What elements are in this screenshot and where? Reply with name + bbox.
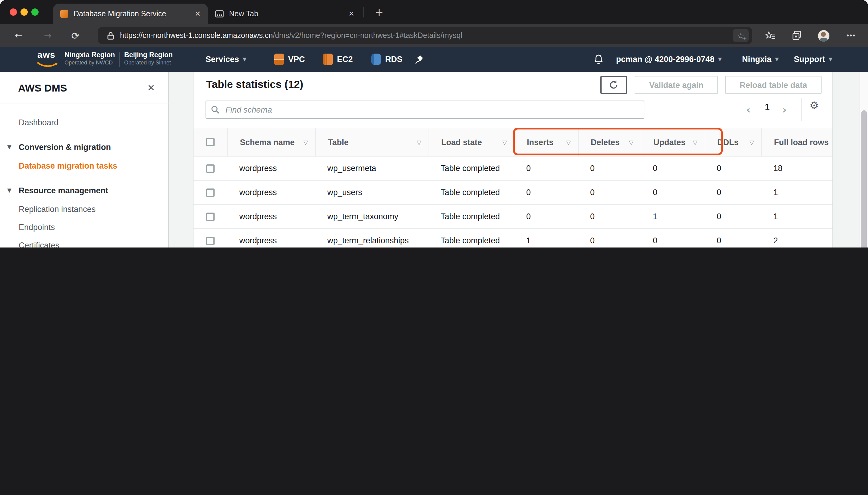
address-bar[interactable]: https://cn-northwest-1.console.amazonaws… bbox=[98, 27, 752, 44]
refresh-icon bbox=[609, 80, 619, 90]
services-menu[interactable]: Services▼ bbox=[206, 47, 246, 72]
search-icon bbox=[211, 105, 219, 114]
row-checkbox[interactable] bbox=[206, 236, 215, 245]
table-row: wordpresswp_usermetaTable completed00001… bbox=[194, 157, 832, 181]
schema-search[interactable] bbox=[206, 101, 644, 119]
row-checkbox-cell bbox=[194, 236, 227, 245]
table-cell: 18 bbox=[761, 164, 832, 173]
region-selector-menu[interactable]: Ningxia▼ bbox=[742, 47, 779, 72]
row-checkbox[interactable] bbox=[206, 188, 215, 197]
table-cell: wordpress bbox=[227, 188, 315, 197]
validate-again-button[interactable]: Validate again bbox=[635, 76, 718, 94]
sidebar-item-replication-instances[interactable]: Replication instances bbox=[19, 205, 96, 214]
vertical-scrollbar[interactable] bbox=[859, 72, 868, 248]
column-header-schema-name[interactable]: Schema name▽ bbox=[227, 128, 315, 156]
sort-icon: ▽ bbox=[417, 139, 429, 146]
table-cell: 0 bbox=[514, 164, 578, 173]
sidebar-section-conversion-migration[interactable]: Conversion & migration bbox=[19, 143, 111, 152]
pagination-prev-button[interactable]: ‹ bbox=[746, 102, 751, 117]
browser-menu-icon[interactable]: ••• bbox=[841, 24, 861, 47]
shortcut-ec2[interactable]: EC2 bbox=[323, 47, 353, 72]
table-cell: 1 bbox=[514, 236, 578, 245]
table-cell: 0 bbox=[705, 164, 761, 173]
table-row: wordpresswp_term_taxonomyTable completed… bbox=[194, 205, 832, 229]
dms-favicon bbox=[60, 10, 68, 18]
aws-logo[interactable]: aws bbox=[37, 51, 62, 70]
add-favorite-icon[interactable]: ☆+ bbox=[733, 29, 749, 42]
window-close-button[interactable] bbox=[10, 8, 17, 16]
window-minimize-button[interactable] bbox=[20, 8, 28, 16]
search-input[interactable] bbox=[224, 104, 639, 115]
section-collapse-icon[interactable]: ▼ bbox=[7, 187, 12, 193]
section-collapse-icon[interactable]: ▼ bbox=[7, 144, 12, 150]
sort-icon: ▽ bbox=[304, 139, 315, 146]
table-cell: Table completed bbox=[429, 164, 514, 173]
table-cell: 0 bbox=[578, 164, 641, 173]
settings-gear-icon[interactable]: ⚙ bbox=[809, 99, 819, 112]
sidebar-item-database-migration-tasks[interactable]: Database migration tasks bbox=[19, 161, 117, 170]
sidebar-section-resource-management[interactable]: Resource management bbox=[19, 186, 108, 195]
row-checkbox[interactable] bbox=[206, 164, 215, 172]
browser-tab-active[interactable]: Database Migration Service ✕ bbox=[53, 4, 208, 24]
tab-title: New Tab bbox=[229, 10, 345, 18]
region-divider bbox=[119, 52, 120, 67]
shortcut-rds[interactable]: RDS bbox=[371, 47, 402, 72]
screen: Database Migration Service ✕ New Tab ✕ +… bbox=[0, 0, 868, 248]
table-cell: 0 bbox=[578, 188, 641, 197]
column-header-table[interactable]: Table▽ bbox=[315, 128, 429, 156]
back-button[interactable]: ← bbox=[9, 24, 29, 47]
collections-icon[interactable] bbox=[787, 24, 806, 47]
pagination-next-button[interactable]: › bbox=[782, 102, 787, 117]
table-cell: wordpress bbox=[227, 236, 315, 245]
sidebar-item-dashboard[interactable]: Dashboard bbox=[19, 118, 59, 127]
profile-avatar[interactable] bbox=[814, 24, 833, 47]
table-cell: 0 bbox=[705, 188, 761, 197]
sidebar-item-endpoints[interactable]: Endpoints bbox=[19, 223, 55, 232]
select-all-checkbox[interactable] bbox=[206, 138, 215, 146]
row-checkbox-cell bbox=[194, 212, 227, 221]
favorites-list-icon[interactable] bbox=[761, 24, 780, 47]
table-cell: 0 bbox=[641, 236, 705, 245]
vertical-scrollbar-thumb[interactable] bbox=[862, 110, 867, 248]
table-statistics-panel: Table statistics (12) Validate again Rel… bbox=[193, 72, 833, 248]
shortcut-vpc[interactable]: VPC bbox=[274, 47, 305, 72]
aws-navbar: aws Ningxia Region Operated by NWCD Beij… bbox=[0, 47, 868, 72]
notifications-bell-icon[interactable] bbox=[594, 47, 603, 72]
region-ningxia-label: Ningxia Region Operated by NWCD bbox=[65, 51, 115, 67]
row-checkbox[interactable] bbox=[206, 212, 215, 221]
lock-icon bbox=[107, 32, 114, 39]
table-cell: wp_users bbox=[315, 188, 429, 197]
column-header-load-state[interactable]: Load state▽ bbox=[429, 128, 514, 156]
table-body: wordpresswp_usermetaTable completed00001… bbox=[194, 157, 832, 248]
table-cell: 1 bbox=[761, 188, 832, 197]
tab-close-icon[interactable]: ✕ bbox=[195, 10, 201, 18]
sort-icon: ▽ bbox=[503, 139, 514, 146]
table-cell: wp_term_relationships bbox=[315, 236, 429, 245]
column-header-full-load-rows[interactable]: Full load rows bbox=[761, 128, 832, 156]
sidebar-close-icon[interactable]: ✕ bbox=[147, 83, 155, 93]
pin-icon[interactable] bbox=[415, 47, 424, 72]
table-cell: Table completed bbox=[429, 236, 514, 245]
window-zoom-button[interactable] bbox=[31, 8, 38, 16]
tab-close-icon[interactable]: ✕ bbox=[348, 10, 355, 18]
forward-button[interactable]: → bbox=[37, 24, 58, 47]
tab-divider bbox=[363, 7, 364, 17]
sort-icon: ▽ bbox=[750, 139, 761, 146]
browser-tab-newtab[interactable]: New Tab ✕ bbox=[208, 4, 362, 24]
account-menu[interactable]: pcman @ 4200-2996-0748▼ bbox=[616, 47, 722, 72]
table-cell: 2 bbox=[761, 236, 832, 245]
table-cell: 1 bbox=[641, 212, 705, 221]
row-checkbox-cell bbox=[194, 164, 227, 172]
refresh-button[interactable] bbox=[600, 76, 627, 94]
sidebar-item-certificates[interactable]: Certificates bbox=[19, 241, 59, 248]
support-menu[interactable]: Support▼ bbox=[794, 47, 832, 72]
select-all-checkbox-cell bbox=[194, 128, 227, 156]
chevron-down-icon: ▼ bbox=[243, 57, 246, 62]
ec2-icon bbox=[323, 54, 333, 65]
divider bbox=[801, 98, 802, 121]
table-cell: 0 bbox=[641, 188, 705, 197]
reload-button[interactable]: ⟳ bbox=[65, 24, 86, 47]
pagination-current-page: 1 bbox=[765, 102, 770, 112]
new-tab-button[interactable]: + bbox=[370, 4, 388, 20]
reload-table-data-button[interactable]: Reload table data bbox=[725, 76, 822, 94]
